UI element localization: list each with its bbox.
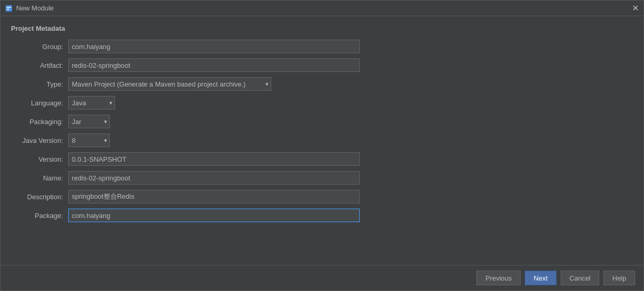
language-row: Language: Java Kotlin Groovy: [11, 96, 633, 110]
title-bar-left: New Module: [5, 4, 54, 13]
dialog-title: New Module: [16, 4, 54, 12]
group-row: Group:: [11, 40, 633, 53]
artifact-input[interactable]: [68, 58, 360, 72]
type-select-wrapper: Maven Project (Generate a Maven based pr…: [68, 77, 271, 91]
language-select[interactable]: Java Kotlin Groovy: [68, 96, 115, 110]
group-label: Group:: [11, 43, 68, 51]
type-label: Type:: [11, 80, 68, 88]
java-version-label: Java Version:: [11, 137, 68, 144]
svg-rect-1: [7, 7, 11, 8]
packaging-select[interactable]: Jar War: [68, 115, 110, 128]
language-select-wrapper: Java Kotlin Groovy: [68, 96, 115, 110]
artifact-row: Artifact:: [11, 58, 633, 72]
version-label: Version:: [11, 155, 68, 163]
type-row: Type: Maven Project (Generate a Maven ba…: [11, 77, 633, 91]
close-button[interactable]: ✕: [631, 4, 639, 13]
version-row: Version:: [11, 152, 633, 166]
module-icon: [5, 4, 13, 13]
section-title: Project Metadata: [11, 25, 633, 32]
help-button[interactable]: Help: [603, 271, 635, 285]
name-input[interactable]: [68, 171, 360, 185]
cancel-button[interactable]: Cancel: [561, 271, 599, 285]
group-input[interactable]: [68, 40, 360, 53]
next-button[interactable]: Next: [525, 271, 557, 285]
dialog-content: Project Metadata Group: Artifact: Type: …: [1, 16, 643, 265]
description-row: Description:: [11, 190, 633, 203]
type-select[interactable]: Maven Project (Generate a Maven based pr…: [68, 77, 271, 91]
packaging-label: Packaging:: [11, 118, 68, 126]
svg-rect-0: [6, 5, 12, 11]
version-input[interactable]: [68, 152, 360, 166]
package-row: Package:: [11, 209, 633, 222]
new-module-dialog: New Module ✕ Project Metadata Group: Art…: [0, 0, 644, 291]
package-input[interactable]: [68, 209, 360, 222]
java-version-select-wrapper: 8 11 17: [68, 134, 110, 147]
java-version-row: Java Version: 8 11 17: [11, 134, 633, 147]
packaging-row: Packaging: Jar War: [11, 115, 633, 128]
name-label: Name:: [11, 174, 68, 182]
description-label: Description:: [11, 193, 68, 201]
previous-button[interactable]: Previous: [476, 271, 521, 285]
name-row: Name:: [11, 171, 633, 185]
description-input[interactable]: [68, 190, 360, 203]
artifact-label: Artifact:: [11, 62, 68, 69]
dialog-footer: Previous Next Cancel Help: [1, 265, 643, 290]
language-label: Language:: [11, 99, 68, 107]
svg-rect-2: [7, 8, 9, 9]
title-bar: New Module ✕: [1, 1, 643, 16]
packaging-select-wrapper: Jar War: [68, 115, 110, 128]
package-label: Package:: [11, 212, 68, 220]
java-version-select[interactable]: 8 11 17: [68, 134, 110, 147]
